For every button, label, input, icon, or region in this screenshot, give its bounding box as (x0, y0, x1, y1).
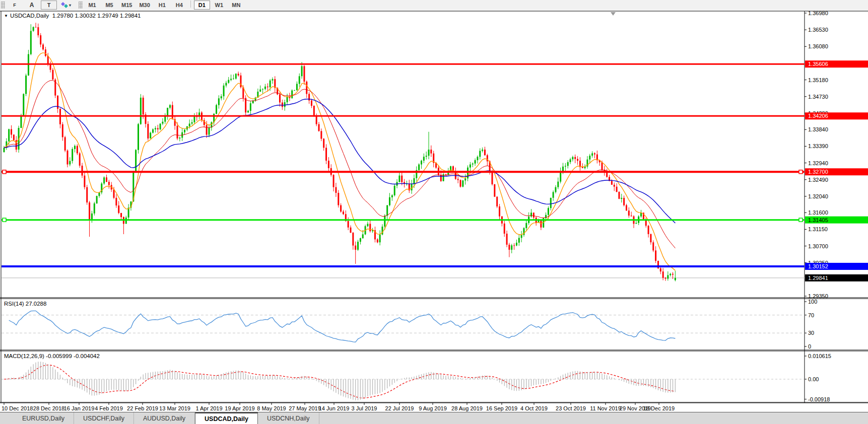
rsi-indicator-label: RSI(14) 27.0288 (4, 301, 46, 307)
current-price-badge-text: 1.29841 (808, 275, 828, 281)
hline-handle[interactable] (3, 218, 6, 222)
arrows-tool-button[interactable]: ▾ (58, 1, 74, 10)
symbol-tab-eurusd[interactable]: EURUSD,Daily (13, 412, 74, 424)
text-tool-icon: A (30, 2, 34, 9)
svg-text:1.32490: 1.32490 (808, 177, 828, 183)
svg-text:27 May 2019: 27 May 2019 (289, 405, 321, 411)
chart-background[interactable] (0, 10, 868, 412)
svg-text:19 Apr 2019: 19 Apr 2019 (225, 405, 254, 411)
svg-text:1.36530: 1.36530 (808, 27, 828, 33)
rsi-value: 27.0288 (26, 301, 47, 307)
text-tool-button[interactable]: A (24, 1, 40, 10)
timeframe-button-h4[interactable]: H4 (171, 1, 187, 10)
macd-title: MACD(12,26,9) (4, 353, 44, 359)
svg-text:1.35180: 1.35180 (808, 77, 828, 83)
symbol-tab-usdchf[interactable]: USDCHF,Daily (74, 412, 134, 424)
svg-text:0.010615: 0.010615 (808, 353, 831, 359)
svg-text:100: 100 (808, 299, 817, 305)
timeframe-button-w1[interactable]: W1 (211, 1, 227, 10)
svg-text:1.31600: 1.31600 (808, 209, 828, 216)
svg-text:22 Jul 2019: 22 Jul 2019 (385, 405, 414, 411)
label-tool-button[interactable]: T (41, 1, 57, 10)
svg-text:1.30152: 1.30152 (808, 263, 828, 269)
fibonacci-tool-button[interactable]: F (7, 1, 23, 10)
dropdown-caret-icon: ▾ (69, 3, 71, 8)
svg-text:28 Aug 2019: 28 Aug 2019 (451, 405, 483, 411)
toolbar-grip-icon[interactable] (1, 2, 5, 9)
svg-text:1 Apr 2019: 1 Apr 2019 (195, 405, 222, 411)
svg-text:10 Dec 2018: 10 Dec 2018 (2, 405, 33, 411)
timeframe-button-m1[interactable]: M1 (84, 1, 100, 10)
timeframe-button-d1[interactable]: D1 (194, 1, 210, 10)
svg-text:1.32040: 1.32040 (808, 193, 828, 199)
svg-text:11 Nov 2019: 11 Nov 2019 (590, 405, 621, 411)
symbol-tab-bar: EURUSD,DailyUSDCHF,DailyAUDUSD,DailyUSDC… (0, 412, 868, 424)
svg-text:28 Dec 2018: 28 Dec 2018 (33, 405, 64, 411)
chart-canvas[interactable]: 1.369801.365301.360801.351801.347301.342… (0, 10, 868, 412)
chart-title-ohlc: 1.29780 1.30032 1.29749 1.29841 (52, 13, 141, 19)
svg-text:23 Oct 2019: 23 Oct 2019 (556, 405, 586, 411)
symbol-tab-usdcnh[interactable]: USDCNH,Daily (258, 412, 319, 424)
symbol-tab-audusd[interactable]: AUDUSD,Daily (134, 412, 195, 424)
chart-collapse-icon[interactable]: ▼ (4, 14, 8, 18)
svg-text:1.36080: 1.36080 (808, 43, 828, 49)
svg-text:0.00: 0.00 (808, 376, 819, 382)
svg-text:1.30700: 1.30700 (808, 243, 828, 249)
timeframe-button-h1[interactable]: H1 (154, 1, 170, 10)
svg-text:70: 70 (808, 312, 814, 318)
arrows-icon (61, 2, 68, 8)
svg-text:1.32940: 1.32940 (808, 160, 828, 166)
svg-text:14 Jun 2019: 14 Jun 2019 (319, 405, 350, 411)
svg-text:1.31405: 1.31405 (808, 217, 828, 223)
hline-handle[interactable] (799, 218, 803, 222)
svg-text:8 May 2019: 8 May 2019 (257, 405, 286, 411)
timeframe-button-m5[interactable]: M5 (101, 1, 117, 10)
mt4-window: F A T ▾ M1M5M15M30H1H4D1W1MN 1.369801.36… (0, 0, 868, 424)
macd-value: -0.005999 -0.004042 (46, 353, 100, 359)
timeframe-button-m30[interactable]: M30 (136, 1, 153, 10)
svg-text:22 Feb 2019: 22 Feb 2019 (127, 405, 158, 411)
svg-text:1.33840: 1.33840 (808, 126, 828, 132)
svg-text:3 Jul 2019: 3 Jul 2019 (352, 405, 377, 411)
symbol-tab-usdcad[interactable]: USDCAD,Daily (195, 412, 258, 424)
svg-text:1.35606: 1.35606 (808, 61, 828, 67)
fibonacci-icon: F (13, 3, 16, 8)
svg-text:1.36980: 1.36980 (808, 10, 828, 16)
svg-text:18 Dec 2019: 18 Dec 2019 (643, 405, 675, 411)
timeframe-button-mn[interactable]: MN (228, 1, 244, 10)
rsi-title: RSI(14) (4, 301, 24, 307)
hline-handle[interactable] (799, 170, 803, 174)
svg-text:-0.00918: -0.00918 (808, 396, 830, 402)
macd-indicator-label: MACD(12,26,9) -0.005999 -0.004042 (4, 353, 100, 359)
svg-text:1.34206: 1.34206 (808, 113, 828, 119)
label-tool-icon: T (47, 2, 51, 8)
timeframe-button-group: M1M5M15M30H1H4D1W1MN (84, 1, 245, 10)
svg-text:16 Jan 2019: 16 Jan 2019 (64, 405, 95, 411)
svg-text:0: 0 (808, 343, 811, 349)
svg-text:1.33390: 1.33390 (808, 143, 828, 149)
toolbar: F A T ▾ M1M5M15M30H1H4D1W1MN (0, 0, 868, 11)
svg-text:13 Mar 2019: 13 Mar 2019 (159, 405, 190, 411)
chart-title: ▼USDCAD,Daily 1.29780 1.30032 1.29749 1.… (4, 13, 141, 19)
toolbar-separator (190, 1, 191, 8)
svg-text:1.32700: 1.32700 (808, 169, 828, 175)
chart-title-symbol: USDCAD,Daily (10, 13, 49, 19)
svg-text:30: 30 (808, 330, 814, 336)
timeframe-button-m15[interactable]: M15 (118, 1, 135, 10)
svg-text:1.31150: 1.31150 (808, 226, 828, 232)
svg-text:4 Oct 2019: 4 Oct 2019 (520, 405, 548, 411)
svg-text:16 Sep 2019: 16 Sep 2019 (486, 405, 517, 411)
svg-text:9 Aug 2019: 9 Aug 2019 (419, 405, 447, 411)
hline-handle[interactable] (3, 170, 6, 174)
toolbar-grip-icon[interactable] (79, 2, 83, 9)
svg-text:1.34730: 1.34730 (808, 94, 828, 100)
svg-text:4 Feb 2019: 4 Feb 2019 (95, 405, 123, 411)
